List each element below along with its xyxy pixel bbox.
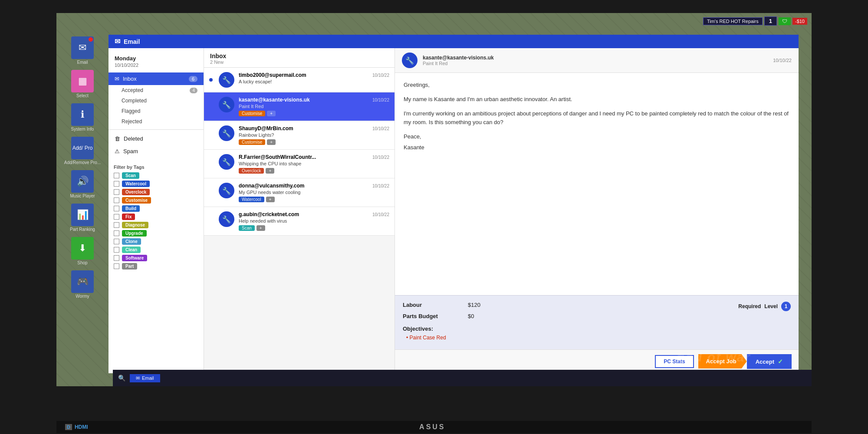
sidebar-item-addpro[interactable]: Add/ Pro Add/Remove Pro... [59,135,106,167]
email-from-row: kasante@kasante-visions.uk 10/10/22 [239,97,389,103]
accepted-badge: 4 [190,88,197,93]
required-section: Required Level 1 [738,302,791,311]
email-content: timbo2000@supermail.com 10/10/22 A lucky… [239,72,389,84]
required-label: Required [738,303,761,309]
email-tag-add-button[interactable]: + [267,111,276,116]
tag-checkbox[interactable] [114,247,119,253]
sidebar-item-partranking[interactable]: 📊 Part Ranking [59,202,106,233]
partranking-icon-box[interactable]: 📊 [71,204,94,226]
addpro-icon-box[interactable]: Add/ Pro [71,137,94,159]
email-icon-box[interactable]: ✉ [71,36,94,59]
parts-label: Parts Budget [403,313,450,319]
tag-checkbox[interactable] [114,206,119,211]
musicplayer-icon-box[interactable]: 🔊 [71,170,94,193]
email-from: g.aubin@cricketnet.com [239,211,299,217]
tag-checkbox[interactable] [114,239,119,244]
email-list-item[interactable]: 🔧 R.Farrier@SouthWirralCountr... 10/10/2… [204,150,395,178]
email-tag-add-button[interactable]: + [256,225,265,231]
body-name: Kasante [404,143,790,152]
email-tags: Customise+ [239,139,389,145]
email-list-item[interactable]: 🔧 donna@vulcansmithy.com 10/10/22 My GPU… [204,178,395,207]
email-list: 🔧 timbo2000@supermail.com 10/10/22 A luc… [204,68,395,373]
tag-checkbox[interactable] [114,197,119,203]
gow-logo: god of war [676,350,751,365]
email-tag: Customise [239,139,265,145]
nav-divider-1 [108,129,204,130]
inbox-header: Inbox 2 New [204,48,395,68]
email-tag: Watercool [239,197,264,202]
sidebar-item-select[interactable]: ▦ Select [59,68,106,100]
rejected-label: Rejected [122,118,142,125]
nav-completed[interactable]: Completed [108,95,204,106]
inbox-title: Inbox [210,53,388,59]
nav-spam[interactable]: ⚠ Spam [108,145,204,158]
tag-label: Software [122,255,147,261]
body-greeting: Greetings, [404,81,790,90]
tag-label: Clean [122,247,141,253]
sidebar-item-musicplayer[interactable]: 🔊 Music Player [59,168,106,200]
addpro-label: Add/Remove Pro... [64,160,101,165]
email-list-item[interactable]: 🔧 kasante@kasante-visions.uk 10/10/22 Pa… [204,92,395,121]
accept-label: Accept [756,358,774,365]
email-list-item[interactable]: 🔧 ShaunyD@MrBin.com 10/10/22 Rainbow Lig… [204,121,395,150]
tag-checkbox[interactable] [114,255,119,261]
email-date: 10/10/22 [372,126,389,131]
nav-flagged[interactable]: Flagged [108,106,204,116]
email-tag: Overclock [239,168,264,174]
trash-icon: 🗑 [115,135,120,142]
deleted-label: Deleted [124,135,143,142]
email-subject: Help needed with virus [239,218,389,224]
objectives-title: Objectives: [403,326,791,332]
tag-checkbox[interactable] [114,222,119,228]
nav-deleted[interactable]: 🗑 Deleted [108,132,204,145]
hud-overlay: Tim's RED HOT Repairs 1 🛡 -$10 [703,16,807,26]
nav-inbox[interactable]: ✉ Inbox 6 [108,72,204,85]
shop-icon-box[interactable]: ⬇ [71,237,94,260]
left-sidebar: ✉ Email ▦ Select ℹ System Info Add/ Pro … [59,35,106,300]
email-content: R.Farrier@SouthWirralCountr... 10/10/22 … [239,154,389,174]
nav-accepted[interactable]: Accepted 4 [108,85,204,95]
taskbar-search-icon[interactable]: 🔍 [118,375,125,381]
email-content: g.aubin@cricketnet.com 10/10/22 Help nee… [239,211,389,231]
tag-row: Diagnose [114,222,198,228]
email-label: Email [77,60,88,65]
tag-label: Fix [122,214,135,220]
email-tag-add-button[interactable]: + [266,197,275,202]
email-avatar: 🔧 [219,211,234,227]
tag-checkbox[interactable] [114,230,119,236]
tag-checkbox[interactable] [114,189,119,195]
detail-body: Greetings, My name is Kasante and I'm an… [395,73,799,295]
tag-checkbox[interactable] [114,214,119,220]
wormy-icon-box[interactable]: 🎮 [71,270,94,293]
taskbar-email-button[interactable]: ✉ Email [130,374,160,382]
sidebar-item-wormy[interactable]: 🎮 Wormy [59,269,106,300]
nav-panel: Monday 10/10/2022 ✉ Inbox 6 Accepted 4 C… [108,48,204,373]
email-subject: My GPU needs water cooling [239,190,389,195]
email-avatar: 🔧 [219,72,234,88]
sidebar-item-shop[interactable]: ⬇ Shop [59,235,106,267]
systeminfo-icon-box[interactable]: ℹ [71,103,94,126]
sidebar-item-email[interactable]: ✉ Email [59,35,106,66]
email-tag-add-button[interactable]: + [267,139,276,145]
tag-checkbox[interactable] [114,181,119,187]
email-from: R.Farrier@SouthWirralCountr... [239,154,316,160]
sidebar-item-systeminfo[interactable]: ℹ System Info [59,102,106,133]
monitor-brand-center: ASUS [419,423,445,431]
nav-rejected[interactable]: Rejected [108,116,204,127]
tag-checkbox[interactable] [114,173,119,178]
email-tags: Customise+ [239,111,389,116]
tag-label: Overclock [122,189,150,195]
email-list-item[interactable]: 🔧 g.aubin@cricketnet.com 10/10/22 Help n… [204,207,395,236]
email-list-item[interactable]: 🔧 timbo2000@supermail.com 10/10/22 A luc… [204,68,395,92]
completed-label: Completed [122,98,147,104]
email-tag-add-button[interactable]: + [266,168,274,174]
inbox-label: Inbox [123,76,137,82]
tag-row: Upgrade [114,230,198,237]
tag-checkbox[interactable] [114,263,119,269]
select-icon-box[interactable]: ▦ [71,70,94,92]
accept-button[interactable]: Accept ✓ [747,354,792,369]
app-titlebar: ✉ Email [108,35,799,48]
email-avatar: 🔧 [219,97,234,112]
wormy-label: Wormy [76,294,89,299]
level-label: Level [764,303,778,309]
